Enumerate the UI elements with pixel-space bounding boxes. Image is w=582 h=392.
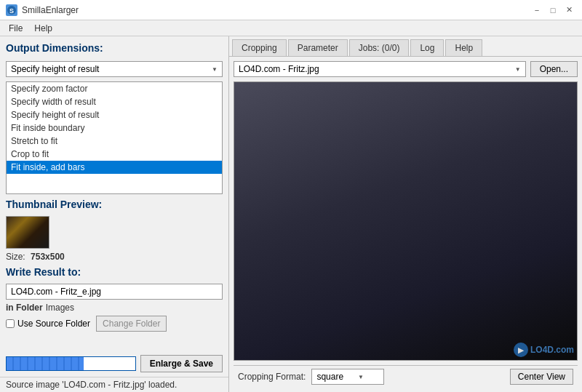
list-item[interactable]: Stretch to fit	[7, 135, 222, 148]
use-source-folder-checkbox[interactable]	[6, 319, 15, 328]
file-name-text: LO4D.com - Fritz.jpg	[239, 64, 319, 74]
tabs-bar: Cropping Parameter Jobs: (0/0) Log Help	[229, 36, 582, 57]
right-panel: Cropping Parameter Jobs: (0/0) Log Help …	[229, 36, 582, 392]
write-result-section: Write Result to: in Folder Images Use So…	[6, 266, 223, 332]
cropping-format-label: Cropping Format:	[238, 372, 306, 382]
filename-input[interactable]	[6, 284, 223, 300]
title-bar: S SmillaEnlarger − □ ✕	[0, 0, 582, 20]
center-view-button[interactable]: Center View	[510, 369, 573, 385]
tab-cropping[interactable]: Cropping	[232, 39, 287, 56]
app-icon: S	[6, 4, 17, 16]
dropdown-selected-text: Specify height of result	[11, 64, 99, 74]
write-result-title: Write Result to:	[6, 266, 223, 278]
tab-log[interactable]: Log	[410, 39, 444, 56]
size-row: Size: 753x500	[6, 252, 223, 262]
watermark: ▶ LO4D.com	[514, 343, 574, 357]
watermark-icon: ▶	[514, 343, 528, 357]
tab-parameter[interactable]: Parameter	[288, 39, 348, 56]
close-button[interactable]: ✕	[562, 3, 576, 17]
folder-row: in Folder Images	[6, 303, 223, 313]
maximize-button[interactable]: □	[546, 3, 560, 17]
list-item[interactable]: Specify width of result	[7, 95, 222, 108]
output-dimensions-title: Output Dimensions:	[6, 42, 223, 54]
cat-bg	[234, 82, 577, 360]
watermark-text: LO4D.com	[530, 345, 574, 355]
minimize-button[interactable]: −	[530, 3, 544, 17]
image-preview: ▶ LO4D.com	[234, 81, 578, 361]
status-text: Source image 'LO4D.com - Fritz.jpg' load…	[6, 380, 177, 390]
use-source-folder-row: Use Source Folder	[6, 319, 90, 329]
output-dimensions-dropdown[interactable]: Specify height of result ▼	[6, 61, 223, 77]
output-dimensions-listbox[interactable]: Specify zoom factor Specify width of res…	[6, 81, 223, 194]
thumbnail-section: Thumbnail Preview: Size: 753x500	[6, 199, 223, 262]
tab-help[interactable]: Help	[445, 39, 482, 56]
size-value: 753x500	[31, 252, 65, 262]
progress-bar	[6, 356, 136, 371]
main-content: Output Dimensions: Specify height of res…	[0, 36, 582, 392]
menu-bar: File Help	[0, 20, 582, 36]
left-panel: Output Dimensions: Specify height of res…	[0, 36, 229, 392]
thumbnail-img-display	[7, 217, 49, 248]
use-source-folder-label: Use Source Folder	[17, 319, 90, 329]
svg-text:S: S	[9, 7, 14, 15]
list-item[interactable]: Crop to fit	[7, 148, 222, 161]
title-bar-left: S SmillaEnlarger	[6, 4, 79, 16]
folder-label: in Folder	[6, 303, 43, 313]
list-item[interactable]: Specify zoom factor	[7, 82, 222, 95]
tab-content-cropping: LO4D.com - Fritz.jpg ▼ Open...	[229, 57, 582, 392]
cropping-format-dropdown[interactable]: square ▼	[311, 369, 384, 385]
cropping-format-value: square	[316, 372, 343, 382]
cropping-format-arrow-icon: ▼	[358, 374, 364, 380]
bottom-bar: Enlarge & Save	[6, 352, 223, 372]
status-bar: Source image 'LO4D.com - Fritz.jpg' load…	[0, 377, 228, 392]
dropdown-arrow-icon: ▼	[212, 66, 218, 73]
bottom-control-bar: Cropping Format: square ▼ Center View	[234, 365, 578, 388]
change-folder-button[interactable]: Change Folder	[96, 316, 167, 332]
open-button[interactable]: Open...	[530, 61, 578, 77]
thumbnail-image	[6, 216, 49, 249]
progress-fill	[7, 357, 84, 370]
thumbnail-preview-title: Thumbnail Preview:	[6, 199, 223, 210]
enlarge-save-button[interactable]: Enlarge & Save	[140, 355, 223, 372]
folder-name: Images	[46, 303, 74, 313]
list-item[interactable]: Fit inside boundary	[7, 121, 222, 135]
cat-image-display	[234, 82, 577, 360]
menu-file[interactable]: File	[3, 22, 28, 34]
app-title: SmillaEnlarger	[22, 5, 79, 15]
menu-help[interactable]: Help	[28, 22, 58, 34]
file-row: LO4D.com - Fritz.jpg ▼ Open...	[234, 61, 578, 77]
list-item-selected[interactable]: Fit inside, add bars	[7, 161, 222, 174]
file-dropdown[interactable]: LO4D.com - Fritz.jpg ▼	[234, 61, 526, 77]
file-dropdown-arrow-icon: ▼	[515, 66, 521, 73]
list-item[interactable]: Specify height of result	[7, 108, 222, 121]
tab-jobs[interactable]: Jobs: (0/0)	[349, 39, 410, 56]
size-label: Size:	[6, 252, 25, 262]
title-bar-controls: − □ ✕	[530, 3, 576, 17]
